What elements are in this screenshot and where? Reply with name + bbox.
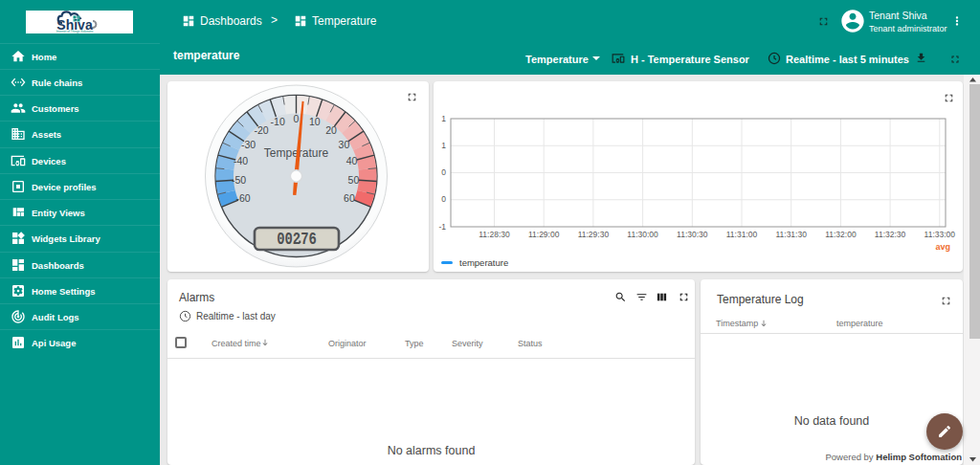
svg-text:11:28:30: 11:28:30 xyxy=(479,230,510,239)
svg-text:Internet of Things Solutions: Internet of Things Solutions xyxy=(56,30,94,33)
svg-text:-40: -40 xyxy=(234,155,248,166)
svg-text:0: 0 xyxy=(441,194,446,204)
svg-text:30: 30 xyxy=(339,139,350,150)
svg-text:11:29:30: 11:29:30 xyxy=(578,230,610,239)
svg-text:0: 0 xyxy=(294,113,300,124)
svg-text:-10: -10 xyxy=(271,116,285,127)
svg-text:temperature: temperature xyxy=(459,257,508,268)
svg-text:20: 20 xyxy=(325,124,337,136)
svg-text:1: 1 xyxy=(441,114,446,123)
svg-text:50: 50 xyxy=(348,174,360,186)
svg-text:11:29:00: 11:29:00 xyxy=(528,230,560,239)
svg-text:00276: 00276 xyxy=(277,230,317,249)
svg-text:11:31:00: 11:31:00 xyxy=(726,230,758,239)
svg-text:11:30:30: 11:30:30 xyxy=(677,230,708,239)
svg-text:11:30:00: 11:30:00 xyxy=(627,230,658,239)
svg-text:-60: -60 xyxy=(236,192,251,204)
svg-text:11:31:30: 11:31:30 xyxy=(775,230,807,239)
svg-text:1: 1 xyxy=(441,141,446,150)
svg-text:11:32:00: 11:32:00 xyxy=(825,230,857,239)
svg-text:0: 0 xyxy=(441,167,446,177)
svg-text:-30: -30 xyxy=(241,139,256,150)
svg-text:10: 10 xyxy=(309,116,321,127)
svg-text:40: 40 xyxy=(346,155,358,166)
svg-text:11:33:00: 11:33:00 xyxy=(924,230,956,239)
svg-text:60: 60 xyxy=(344,192,355,204)
svg-text:-1: -1 xyxy=(438,222,446,232)
svg-text:avg: avg xyxy=(935,242,950,252)
svg-text:-20: -20 xyxy=(254,124,268,136)
svg-text:-50: -50 xyxy=(232,174,246,186)
svg-text:11:32:30: 11:32:30 xyxy=(875,230,906,239)
